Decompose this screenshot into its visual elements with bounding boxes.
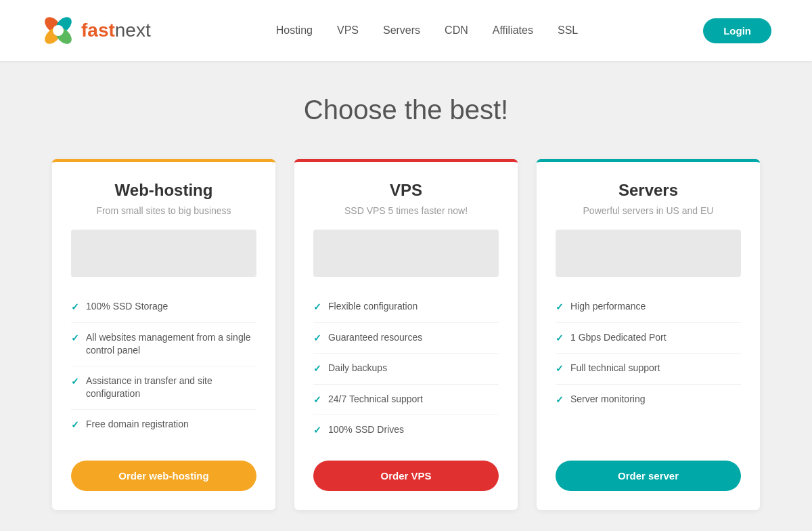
nav-vps[interactable]: VPS — [337, 24, 359, 37]
check-icon: ✓ — [313, 424, 321, 438]
card-vps-image — [313, 230, 499, 277]
check-icon: ✓ — [71, 332, 79, 345]
card-servers-title: Servers — [556, 181, 741, 200]
nav-hosting[interactable]: Hosting — [276, 24, 313, 37]
pricing-cards: Web-hosting From small sites to big busi… — [41, 159, 771, 510]
feature-item: ✓ 100% SSD Drives — [313, 415, 499, 446]
card-servers-features: ✓ High performance ✓ 1 Gbps Dedicated Po… — [537, 292, 760, 446]
feature-label: Assistance in transfer and site configur… — [86, 375, 256, 401]
check-icon: ✓ — [313, 332, 321, 345]
feature-label: Free domain registration — [86, 418, 189, 431]
feature-label: High performance — [570, 300, 646, 314]
check-icon: ✓ — [556, 394, 564, 407]
feature-label: Full technical support — [570, 362, 660, 375]
feature-label: Daily backups — [328, 362, 387, 375]
order-webhosting-button[interactable]: Order web-hosting — [71, 461, 256, 491]
check-icon: ✓ — [556, 362, 564, 376]
logo-icon — [41, 13, 76, 48]
main-nav: Hosting VPS Servers CDN Affiliates SSL — [276, 24, 579, 37]
feature-item: ✓ 100% SSD Storage — [71, 292, 256, 323]
nav-affiliates[interactable]: Affiliates — [493, 24, 533, 37]
nav-ssl[interactable]: SSL — [558, 24, 578, 37]
card-vps-title: VPS — [313, 181, 499, 200]
check-icon: ✓ — [71, 301, 79, 314]
logo-text: fastnext — [81, 20, 151, 41]
card-vps: VPS SSD VPS 5 times faster now! ✓ Flexib… — [294, 159, 518, 510]
feature-label: 100% SSD Drives — [328, 423, 404, 437]
main-content: Choose the best! Web-hosting From small … — [0, 61, 812, 531]
card-webhosting-footer: Order web-hosting — [52, 446, 275, 491]
check-icon: ✓ — [71, 419, 79, 432]
card-servers-footer: Order server — [537, 446, 760, 491]
check-icon: ✓ — [313, 394, 321, 407]
nav-cdn[interactable]: CDN — [445, 24, 468, 37]
feature-item: ✓ 24/7 Technical support — [313, 385, 499, 416]
feature-label: Flexible configuration — [328, 300, 418, 314]
feature-label: 24/7 Technical support — [328, 393, 423, 406]
login-button[interactable]: Login — [703, 18, 771, 43]
card-servers-header: Servers Powerful servers in US and EU — [537, 162, 760, 230]
feature-item: ✓ All websites management from a single … — [71, 323, 256, 366]
card-servers-image — [556, 230, 741, 277]
feature-item: ✓ 1 Gbps Dedicated Port — [556, 323, 741, 354]
feature-item: ✓ High performance — [556, 292, 741, 323]
feature-label: All websites management from a single co… — [86, 331, 256, 358]
card-webhosting-title: Web-hosting — [71, 181, 256, 200]
header: fastnext Hosting VPS Servers CDN Affilia… — [0, 0, 812, 61]
feature-label: 1 Gbps Dedicated Port — [570, 331, 667, 345]
card-webhosting-subtitle: From small sites to big business — [71, 205, 256, 216]
check-icon: ✓ — [556, 301, 564, 314]
feature-item: ✓ Free domain registration — [71, 410, 256, 440]
card-vps-features: ✓ Flexible configuration ✓ Guaranteed re… — [294, 292, 518, 446]
card-vps-header: VPS SSD VPS 5 times faster now! — [294, 162, 518, 230]
card-servers: Servers Powerful servers in US and EU ✓ … — [537, 159, 760, 510]
check-icon: ✓ — [313, 301, 321, 314]
card-vps-subtitle: SSD VPS 5 times faster now! — [313, 205, 499, 216]
card-webhosting-features: ✓ 100% SSD Storage ✓ All websites manage… — [52, 292, 275, 446]
card-vps-footer: Order VPS — [294, 446, 518, 491]
check-icon: ✓ — [313, 362, 321, 376]
card-webhosting: Web-hosting From small sites to big busi… — [52, 159, 275, 510]
check-icon: ✓ — [556, 332, 564, 345]
order-servers-button[interactable]: Order server — [556, 461, 741, 491]
svg-point-4 — [53, 25, 64, 36]
feature-item: ✓ Full technical support — [556, 354, 741, 385]
card-webhosting-header: Web-hosting From small sites to big busi… — [52, 162, 275, 230]
feature-item: ✓ Guaranteed resources — [313, 323, 499, 354]
feature-item: ✓ Daily backups — [313, 354, 499, 385]
page-title: Choose the best! — [41, 95, 771, 125]
order-vps-button[interactable]: Order VPS — [313, 461, 499, 491]
feature-label: Server monitoring — [570, 393, 646, 406]
feature-label: 100% SSD Storage — [86, 300, 168, 314]
logo: fastnext — [41, 13, 151, 48]
feature-item: ✓ Assistance in transfer and site config… — [71, 366, 256, 410]
check-icon: ✓ — [71, 375, 79, 389]
card-webhosting-image — [71, 230, 256, 277]
feature-item: ✓ Flexible configuration — [313, 292, 499, 323]
feature-item: ✓ Server monitoring — [556, 385, 741, 415]
card-servers-subtitle: Powerful servers in US and EU — [556, 205, 741, 216]
feature-label: Guaranteed resources — [328, 331, 422, 345]
nav-servers[interactable]: Servers — [383, 24, 420, 37]
